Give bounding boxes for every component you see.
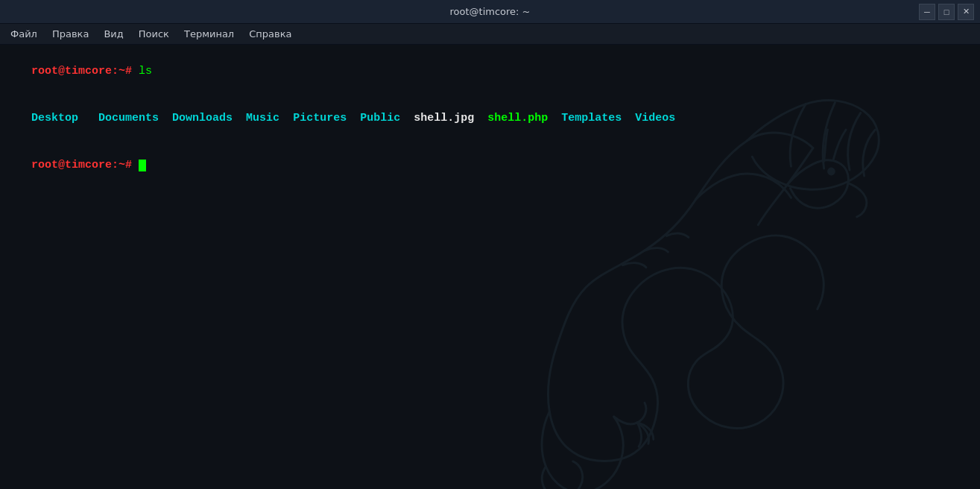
ls-item-templates: Templates — [561, 112, 622, 124]
ls-item-shelljpg: shell.jpg — [414, 112, 474, 124]
cmd-ls: ls — [132, 65, 152, 78]
ls-output-line: Desktop Documents Downloads Music Pictur… — [4, 95, 976, 142]
cursor-space — [132, 159, 139, 171]
titlebar: root@timcore: ~ ─ □ ✕ — [0, 0, 980, 24]
maximize-button[interactable]: □ — [938, 4, 955, 20]
terminal-line-1: root@timcore:~# ls — [4, 48, 976, 95]
cursor — [139, 160, 146, 171]
ls-item-desktop: Desktop — [31, 112, 78, 124]
ls-item-music: Music — [246, 112, 279, 124]
terminal-line-3: root@timcore:~# — [4, 142, 976, 189]
ls-item-videos: Videos — [635, 112, 675, 124]
ls-item-documents: Documents — [98, 112, 159, 124]
menu-help[interactable]: Справка — [241, 27, 299, 41]
ls-item-shellphp: shell.php — [487, 112, 548, 124]
menu-file[interactable]: Файл — [3, 27, 45, 41]
menu-edit[interactable]: Правка — [45, 27, 96, 41]
terminal-area[interactable]: root@timcore:~# ls Desktop Documents Dow… — [0, 45, 980, 489]
ls-item-public: Public — [360, 112, 400, 124]
menubar: Файл Правка Вид Поиск Терминал Справка — [0, 24, 980, 45]
titlebar-title: root@timcore: ~ — [450, 6, 531, 17]
titlebar-controls: ─ □ ✕ — [919, 4, 974, 20]
prompt-1: root@timcore:~# — [31, 65, 132, 78]
menu-view[interactable]: Вид — [96, 27, 130, 41]
minimize-button[interactable]: ─ — [919, 4, 935, 20]
ls-item-pictures: Pictures — [293, 112, 347, 124]
prompt-2: root@timcore:~# — [31, 159, 132, 171]
ls-item-downloads: Downloads — [172, 112, 233, 124]
close-button[interactable]: ✕ — [958, 4, 974, 20]
menu-terminal[interactable]: Терминал — [177, 27, 241, 41]
menu-search[interactable]: Поиск — [131, 27, 177, 41]
